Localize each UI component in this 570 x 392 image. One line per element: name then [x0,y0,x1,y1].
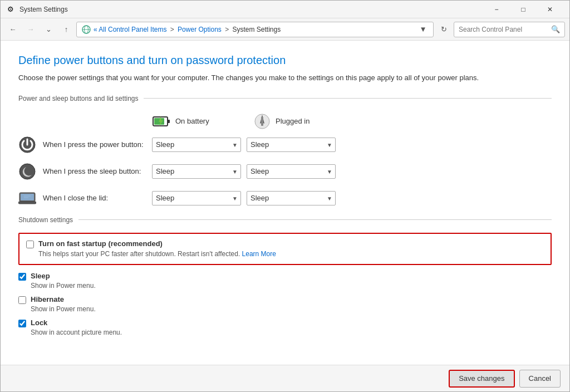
hibernate-label[interactable]: Hibernate [31,295,64,303]
system-settings-window: ⚙ System Settings − □ ✕ ← → ⌄ ↑ « All Co… [0,0,570,392]
power-button-icon [18,136,36,154]
content-area: Define power buttons and turn on passwor… [1,41,569,365]
lid-plugged-select[interactable]: Sleep Do nothing Hibernate Shut down Tur… [247,191,336,205]
sleep-button-icon [18,163,36,180]
search-input[interactable] [459,26,549,33]
sleep-checkbox[interactable] [18,273,26,281]
forward-button[interactable]: → [23,22,38,37]
lid-icon [18,189,36,207]
shutdown-section-divider [78,219,552,220]
fast-startup-checkbox[interactable] [26,241,34,248]
save-changes-button[interactable]: Save changes [449,370,514,388]
battery-column-header: On battery [152,111,252,131]
plugged-column-label: Plugged in [276,117,309,125]
sleep-button-plugged-select[interactable]: Sleep Do nothing Hibernate Shut down Tur… [247,164,336,179]
lid-row: When I close the lid: Sleep Do nothing H… [18,189,552,207]
refresh-button[interactable]: ↻ [436,22,451,37]
sleep-button-plugged-dropdown-wrapper: Sleep Do nothing Hibernate Shut down Tur… [247,164,336,179]
footer: Save changes Cancel [1,365,569,391]
sleep-button-dropdowns: Sleep Do nothing Hibernate Shut down Tur… [152,164,336,179]
svg-rect-13 [21,194,34,200]
plugged-column-header: Plugged in [252,111,352,131]
hibernate-shutdown-item: Hibernate Show in Power menu. [18,295,552,313]
title-bar: ⚙ System Settings − □ ✕ [1,1,569,18]
page-title: Define power buttons and turn on passwor… [18,54,552,67]
sleep-button-label: When I press the sleep button: [43,167,152,175]
sleep-sub-text: Show in Power menu. [31,282,552,290]
fast-startup-description: This helps start your PC faster after sh… [38,249,544,259]
lock-sub-text: Show in account picture menu. [31,329,552,336]
lid-dropdowns: Sleep Do nothing Hibernate Shut down Tur… [152,191,336,205]
hibernate-checkbox-row: Hibernate [18,295,552,304]
buttons-section-header: Power and sleep buttons and lid settings [18,95,552,102]
title-bar-controls: − □ ✕ [484,1,563,18]
sleep-shutdown-label[interactable]: Sleep [31,272,50,280]
learn-more-link[interactable]: Learn More [242,250,276,258]
nav-bar: ← → ⌄ ↑ « All Control Panel Items > Powe… [1,18,569,41]
lid-label: When I close the lid: [43,194,152,202]
svg-point-11 [19,164,35,179]
lock-checkbox-row: Lock [18,318,552,327]
lid-battery-dropdown-wrapper: Sleep Do nothing Hibernate Shut down Tur… [152,191,241,205]
power-button-battery-dropdown-wrapper: Sleep Do nothing Hibernate Shut down Tur… [152,138,241,152]
window-icon: ⚙ [7,5,16,14]
battery-icon [152,111,172,131]
sleep-shutdown-item: Sleep Show in Power menu. [18,272,552,290]
hibernate-checkbox[interactable] [18,296,26,304]
address-dropdown-button[interactable]: ▼ [417,22,429,37]
svg-rect-14 [18,202,36,204]
columns-header: On battery Plugged in [152,111,552,131]
power-button-plugged-select[interactable]: Sleep Do nothing Hibernate Shut down Tur… [247,138,336,152]
shutdown-section-title: Shutdown settings [18,216,73,224]
back-button[interactable]: ← [5,22,21,37]
close-button[interactable]: ✕ [537,1,563,18]
fast-startup-label[interactable]: Turn on fast startup (recommended) [38,239,163,248]
search-box: 🔍 [454,22,565,37]
fast-startup-checkbox-row: Turn on fast startup (recommended) [26,239,544,248]
svg-rect-9 [261,117,263,126]
search-icon: 🔍 [551,25,560,33]
sleep-button-battery-select[interactable]: Sleep Do nothing Hibernate Shut down Tur… [152,164,241,179]
window-title: System Settings [19,6,484,13]
section-divider [144,98,552,99]
hibernate-sub-text: Show in Power menu. [31,305,552,313]
power-button-dropdowns: Sleep Do nothing Hibernate Shut down Tur… [152,138,336,152]
buttons-section-title: Power and sleep buttons and lid settings [18,95,138,102]
minimize-button[interactable]: − [484,1,509,18]
sleep-button-row: When I press the sleep button: Sleep Do … [18,163,552,180]
power-button-battery-select[interactable]: Sleep Do nothing Hibernate Shut down Tur… [152,138,241,152]
lid-battery-select[interactable]: Sleep Do nothing Hibernate Shut down Tur… [152,191,241,205]
breadcrumb-all-items[interactable]: « All Control Panel Items [94,26,166,33]
battery-column-label: On battery [175,117,209,125]
lock-label[interactable]: Lock [31,318,47,327]
cancel-button[interactable]: Cancel [519,370,561,388]
maximize-button[interactable]: □ [510,1,536,18]
sleep-button-battery-dropdown-wrapper: Sleep Do nothing Hibernate Shut down Tur… [152,164,241,179]
plug-icon [252,111,272,131]
power-button-plugged-dropdown-wrapper: Sleep Do nothing Hibernate Shut down Tur… [247,138,336,152]
page-description: Choose the power settings that you want … [18,72,552,84]
power-button-row: When I press the power button: Sleep Do … [18,136,552,154]
lid-plugged-dropdown-wrapper: Sleep Do nothing Hibernate Shut down Tur… [247,191,336,205]
up-button[interactable]: ↑ [58,22,74,37]
power-button-label: When I press the power button: [43,140,152,149]
breadcrumb-current: System Settings [233,26,281,33]
sleep-checkbox-row: Sleep [18,272,552,281]
fast-startup-box: Turn on fast startup (recommended) This … [18,233,552,266]
recent-button[interactable]: ⌄ [41,22,56,37]
breadcrumb: « All Control Panel Items > Power Option… [94,26,415,33]
shutdown-section-header: Shutdown settings [18,216,552,224]
address-bar: « All Control Panel Items > Power Option… [76,22,434,37]
breadcrumb-power-options[interactable]: Power Options [178,26,222,33]
lock-shutdown-item: Lock Show in account picture menu. [18,318,552,336]
lock-checkbox[interactable] [18,320,26,327]
control-panel-icon [81,24,91,35]
svg-rect-4 [168,120,170,123]
